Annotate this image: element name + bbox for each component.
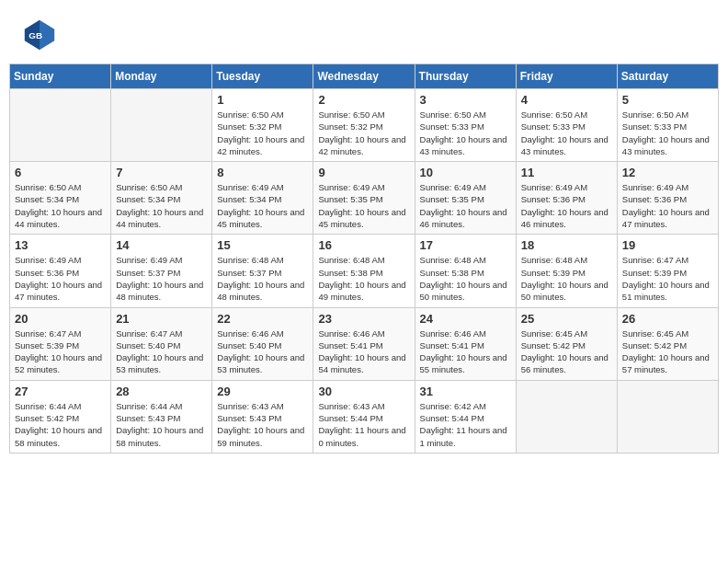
calendar-cell: 20Sunrise: 6:47 AM Sunset: 5:39 PM Dayli… <box>10 307 111 380</box>
day-number: 14 <box>116 238 207 252</box>
calendar-cell <box>111 89 212 162</box>
calendar-cell: 3Sunrise: 6:50 AM Sunset: 5:33 PM Daylig… <box>415 89 516 162</box>
day-info: Sunrise: 6:50 AM Sunset: 5:34 PM Dayligh… <box>15 181 106 230</box>
day-number: 3 <box>420 93 511 107</box>
day-info: Sunrise: 6:49 AM Sunset: 5:35 PM Dayligh… <box>420 181 511 230</box>
calendar-cell <box>516 380 617 453</box>
weekday-header: Monday <box>111 64 212 89</box>
day-number: 11 <box>521 166 612 179</box>
day-info: Sunrise: 6:46 AM Sunset: 5:40 PM Dayligh… <box>217 327 308 376</box>
logo-icon: GB <box>23 18 56 52</box>
day-number: 17 <box>420 238 511 252</box>
day-info: Sunrise: 6:50 AM Sunset: 5:32 PM Dayligh… <box>217 109 308 157</box>
calendar-cell: 13Sunrise: 6:49 AM Sunset: 5:36 PM Dayli… <box>10 235 111 307</box>
calendar-cell: 28Sunrise: 6:44 AM Sunset: 5:43 PM Dayli… <box>111 380 212 453</box>
day-info: Sunrise: 6:50 AM Sunset: 5:33 PM Dayligh… <box>622 109 713 157</box>
weekday-header: Tuesday <box>212 64 313 89</box>
calendar-cell: 23Sunrise: 6:46 AM Sunset: 5:41 PM Dayli… <box>313 307 415 380</box>
weekday-row: SundayMondayTuesdayWednesdayThursdayFrid… <box>10 64 719 89</box>
calendar-cell <box>10 89 111 162</box>
day-number: 16 <box>318 238 409 252</box>
calendar-cell: 8Sunrise: 6:49 AM Sunset: 5:34 PM Daylig… <box>212 162 313 235</box>
day-number: 13 <box>15 238 106 252</box>
calendar-body: 1Sunrise: 6:50 AM Sunset: 5:32 PM Daylig… <box>10 89 719 454</box>
calendar-cell: 19Sunrise: 6:47 AM Sunset: 5:39 PM Dayli… <box>617 235 718 307</box>
calendar-header: SundayMondayTuesdayWednesdayThursdayFrid… <box>10 64 719 89</box>
day-info: Sunrise: 6:49 AM Sunset: 5:36 PM Dayligh… <box>622 181 713 230</box>
calendar-cell: 7Sunrise: 6:50 AM Sunset: 5:34 PM Daylig… <box>111 162 212 235</box>
day-number: 8 <box>217 166 308 179</box>
day-number: 7 <box>116 166 207 179</box>
calendar-cell: 15Sunrise: 6:48 AM Sunset: 5:37 PM Dayli… <box>212 235 313 307</box>
calendar-cell: 10Sunrise: 6:49 AM Sunset: 5:35 PM Dayli… <box>415 162 516 235</box>
calendar-cell: 1Sunrise: 6:50 AM Sunset: 5:32 PM Daylig… <box>212 89 313 162</box>
calendar-cell <box>617 380 718 453</box>
day-info: Sunrise: 6:50 AM Sunset: 5:33 PM Dayligh… <box>420 109 511 157</box>
day-info: Sunrise: 6:42 AM Sunset: 5:44 PM Dayligh… <box>420 400 511 449</box>
day-number: 19 <box>622 238 713 252</box>
day-info: Sunrise: 6:47 AM Sunset: 5:40 PM Dayligh… <box>116 327 207 376</box>
day-info: Sunrise: 6:47 AM Sunset: 5:39 PM Dayligh… <box>15 327 106 376</box>
day-info: Sunrise: 6:48 AM Sunset: 5:39 PM Dayligh… <box>521 254 612 303</box>
day-info: Sunrise: 6:46 AM Sunset: 5:41 PM Dayligh… <box>318 327 409 376</box>
calendar-cell: 22Sunrise: 6:46 AM Sunset: 5:40 PM Dayli… <box>212 307 313 380</box>
calendar: SundayMondayTuesdayWednesdayThursdayFrid… <box>9 63 719 454</box>
day-info: Sunrise: 6:50 AM Sunset: 5:33 PM Dayligh… <box>521 109 612 157</box>
day-number: 23 <box>318 312 409 326</box>
calendar-cell: 14Sunrise: 6:49 AM Sunset: 5:37 PM Dayli… <box>111 235 212 307</box>
calendar-week-row: 1Sunrise: 6:50 AM Sunset: 5:32 PM Daylig… <box>10 89 719 162</box>
day-number: 9 <box>318 166 409 179</box>
day-info: Sunrise: 6:49 AM Sunset: 5:37 PM Dayligh… <box>116 254 207 303</box>
day-info: Sunrise: 6:49 AM Sunset: 5:36 PM Dayligh… <box>15 254 106 303</box>
calendar-cell: 5Sunrise: 6:50 AM Sunset: 5:33 PM Daylig… <box>617 89 718 162</box>
day-number: 28 <box>116 385 207 398</box>
calendar-cell: 26Sunrise: 6:45 AM Sunset: 5:42 PM Dayli… <box>617 307 718 380</box>
day-info: Sunrise: 6:49 AM Sunset: 5:36 PM Dayligh… <box>521 181 612 230</box>
calendar-cell: 31Sunrise: 6:42 AM Sunset: 5:44 PM Dayli… <box>415 380 516 453</box>
svg-text:GB: GB <box>28 30 42 40</box>
calendar-cell: 4Sunrise: 6:50 AM Sunset: 5:33 PM Daylig… <box>516 89 617 162</box>
day-number: 15 <box>217 238 308 252</box>
calendar-cell: 6Sunrise: 6:50 AM Sunset: 5:34 PM Daylig… <box>10 162 111 235</box>
calendar-cell: 30Sunrise: 6:43 AM Sunset: 5:44 PM Dayli… <box>313 380 415 453</box>
calendar-cell: 25Sunrise: 6:45 AM Sunset: 5:42 PM Dayli… <box>516 307 617 380</box>
day-number: 29 <box>217 385 308 398</box>
day-info: Sunrise: 6:44 AM Sunset: 5:42 PM Dayligh… <box>15 400 106 449</box>
weekday-header: Wednesday <box>313 64 415 89</box>
calendar-cell: 27Sunrise: 6:44 AM Sunset: 5:42 PM Dayli… <box>10 380 111 453</box>
day-number: 21 <box>116 312 207 326</box>
day-info: Sunrise: 6:49 AM Sunset: 5:34 PM Dayligh… <box>217 181 308 230</box>
day-number: 20 <box>15 312 106 326</box>
day-info: Sunrise: 6:48 AM Sunset: 5:38 PM Dayligh… <box>420 254 511 303</box>
calendar-cell: 18Sunrise: 6:48 AM Sunset: 5:39 PM Dayli… <box>516 235 617 307</box>
page-header: GB <box>9 9 719 56</box>
day-number: 27 <box>15 385 106 398</box>
day-number: 25 <box>521 312 612 326</box>
day-info: Sunrise: 6:43 AM Sunset: 5:43 PM Dayligh… <box>217 400 308 449</box>
day-number: 31 <box>420 385 511 398</box>
day-info: Sunrise: 6:49 AM Sunset: 5:35 PM Dayligh… <box>318 181 409 230</box>
day-number: 30 <box>318 385 409 398</box>
day-info: Sunrise: 6:44 AM Sunset: 5:43 PM Dayligh… <box>116 400 207 449</box>
weekday-header: Sunday <box>10 64 111 89</box>
day-number: 12 <box>622 166 713 179</box>
day-number: 2 <box>318 93 409 107</box>
calendar-week-row: 27Sunrise: 6:44 AM Sunset: 5:42 PM Dayli… <box>10 380 719 453</box>
day-info: Sunrise: 6:48 AM Sunset: 5:38 PM Dayligh… <box>318 254 409 303</box>
day-info: Sunrise: 6:50 AM Sunset: 5:32 PM Dayligh… <box>318 109 409 157</box>
day-number: 26 <box>622 312 713 326</box>
day-info: Sunrise: 6:45 AM Sunset: 5:42 PM Dayligh… <box>622 327 713 376</box>
logo: GB <box>23 18 60 52</box>
day-number: 24 <box>420 312 511 326</box>
day-info: Sunrise: 6:43 AM Sunset: 5:44 PM Dayligh… <box>318 400 409 449</box>
day-number: 6 <box>15 166 106 179</box>
day-info: Sunrise: 6:48 AM Sunset: 5:37 PM Dayligh… <box>217 254 308 303</box>
calendar-cell: 11Sunrise: 6:49 AM Sunset: 5:36 PM Dayli… <box>516 162 617 235</box>
calendar-cell: 24Sunrise: 6:46 AM Sunset: 5:41 PM Dayli… <box>415 307 516 380</box>
day-number: 1 <box>217 93 308 107</box>
day-info: Sunrise: 6:50 AM Sunset: 5:34 PM Dayligh… <box>116 181 207 230</box>
day-number: 18 <box>521 238 612 252</box>
day-number: 5 <box>622 93 713 107</box>
day-info: Sunrise: 6:46 AM Sunset: 5:41 PM Dayligh… <box>420 327 511 376</box>
calendar-cell: 21Sunrise: 6:47 AM Sunset: 5:40 PM Dayli… <box>111 307 212 380</box>
